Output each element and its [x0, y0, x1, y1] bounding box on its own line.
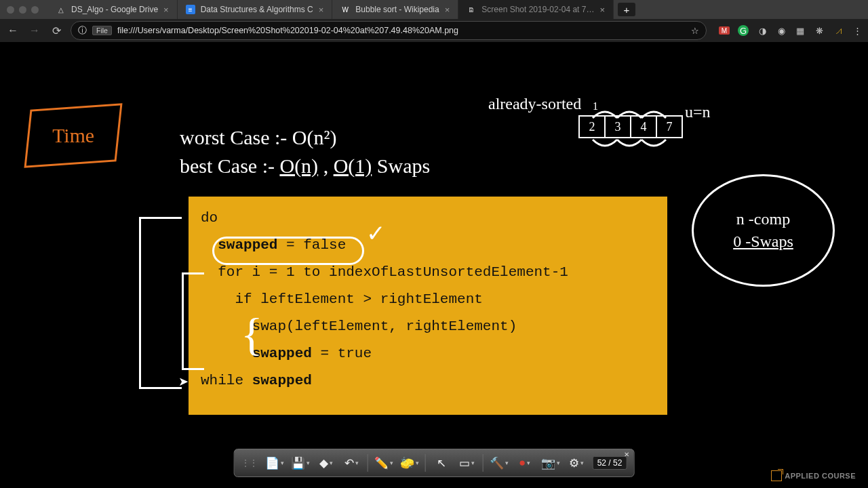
time-box-annotation: Time — [24, 103, 122, 168]
undo-tool[interactable]: ↶ — [340, 453, 363, 473]
toolbar-separator — [368, 454, 368, 472]
google-docs-icon: ≡ — [186, 5, 195, 14]
tab-label: Bubble sort - Wikipedia — [355, 5, 439, 14]
eraser-tool[interactable]: 🧽 — [398, 453, 421, 473]
bookmark-star-icon[interactable]: ☆ — [691, 26, 699, 36]
extension-icon[interactable]: ⩘ — [833, 25, 844, 36]
window-titlebar: △ DS_Algo - Google Drive × ≡ Data Struct… — [0, 0, 868, 19]
reload-button[interactable]: ⟳ — [49, 24, 64, 37]
address-bar[interactable]: ⓘ File file:///Users/varma/Desktop/Scree… — [71, 21, 707, 40]
toolbar-grip-icon[interactable]: ⋮⋮ — [241, 458, 258, 468]
google-drive-icon: △ — [56, 5, 66, 14]
back-button[interactable]: ← — [5, 24, 20, 37]
complexity-notes: worst Case :- O(n²) best Case :- O(n) , … — [180, 123, 430, 180]
extension-icon[interactable]: ❋ — [814, 25, 825, 36]
watermark-icon — [771, 470, 782, 481]
tab-label: Screen Shot 2019-02-04 at 7… — [481, 5, 594, 14]
time-label: Time — [52, 124, 94, 147]
code-line: if leftElement > rightElement — [201, 291, 483, 307]
tab-label: DS_Algo - Google Drive — [71, 5, 158, 14]
settings-tool[interactable]: ⚙ — [565, 453, 588, 473]
swapped-false-circle — [212, 237, 364, 265]
address-url: file:///Users/varma/Desktop/Screen%20Sho… — [117, 26, 686, 35]
file-icon: 🗎 — [467, 5, 476, 14]
close-tab-icon[interactable]: × — [599, 5, 605, 15]
tab-dsalgo[interactable]: △ DS_Algo - Google Drive × — [48, 0, 178, 19]
tab-screenshot-active[interactable]: 🗎 Screen Shot 2019-02-04 at 7… × — [458, 0, 614, 19]
array-cell: 2 — [578, 115, 606, 138]
code-line: do — [201, 210, 218, 226]
file-chip: File — [92, 26, 112, 35]
minimize-window-icon[interactable] — [19, 6, 26, 14]
new-page-tool[interactable]: 📄 — [263, 453, 286, 473]
tab-docs[interactable]: ≡ Data Structures & Algorithms C × — [178, 0, 333, 19]
close-tab-icon[interactable]: × — [445, 5, 450, 15]
close-window-icon[interactable] — [7, 6, 14, 14]
gmail-icon[interactable]: M — [719, 26, 730, 35]
browser-menu-icon[interactable]: ⋮ — [852, 25, 863, 36]
camera-tool[interactable]: 📷 — [539, 453, 562, 473]
brace-annotation: { — [241, 314, 263, 354]
shapes-tool[interactable]: ◆ — [315, 453, 338, 473]
zero-swaps-note: 0 -Swaps — [733, 232, 793, 251]
toolbar-separator — [483, 454, 484, 472]
maximize-window-icon[interactable] — [31, 6, 39, 14]
pseudocode-panel: do swapped = false for i = 1 to indexOfL… — [189, 197, 667, 415]
new-tab-button[interactable]: + — [618, 3, 635, 16]
toolbar-close-icon[interactable]: ✕ — [624, 451, 629, 458]
close-tab-icon[interactable]: × — [319, 5, 324, 15]
checkmark-annotation: ✓ — [366, 220, 385, 247]
browser-tabs: △ DS_Algo - Google Drive × ≡ Data Struct… — [48, 0, 868, 19]
window-traffic-lights[interactable] — [7, 6, 39, 14]
record-tool[interactable]: ● — [513, 453, 536, 473]
page-counter: 52 / 52 — [593, 456, 627, 470]
u-equals-n-note: u=n — [685, 103, 711, 121]
applied-course-watermark: APPLIED COURSE — [771, 470, 856, 481]
extension-icon[interactable]: ◉ — [776, 25, 787, 36]
sorted-array-box: 2 3 4 7 — [580, 115, 683, 138]
content-canvas: Time worst Case :- O(n²) best Case :- O(… — [0, 42, 868, 488]
info-icon[interactable]: ⓘ — [78, 25, 87, 37]
close-tab-icon[interactable]: × — [163, 5, 169, 15]
array-cell: 4 — [630, 115, 657, 138]
tab-wikipedia[interactable]: W Bubble sort - Wikipedia × — [332, 0, 458, 19]
extensions-tray: M G ◑ ◉ ▦ ❋ ⩘ ⋮ — [719, 25, 863, 36]
extension-icon[interactable]: ▦ — [795, 25, 806, 36]
array-index-1: 1 — [593, 100, 598, 113]
code-line: for i = 1 to indexOfLastUnsortedElement-… — [201, 264, 568, 280]
board-tool[interactable]: ▭ — [456, 453, 479, 473]
best-case-circle: n -comp 0 -Swaps — [692, 174, 835, 287]
outer-bracket: ➤ — [139, 217, 182, 389]
watermark-text: APPLIED COURSE — [785, 472, 856, 480]
annotation-toolbar[interactable]: ⋮⋮ 📄 💾 ◆ ↶ ✏️ 🧽 ↖ ▭ 🔨 ● 📷 ⚙ 52 / 52 ✕ — [234, 449, 635, 477]
n-comp-note: n -comp — [736, 210, 790, 228]
array-cell: 3 — [604, 115, 631, 138]
pen-tool[interactable]: ✏️ — [372, 453, 395, 473]
inner-bracket — [182, 272, 204, 370]
hammer-tool[interactable]: 🔨 — [488, 453, 511, 473]
best-case-note: best Case :- O(n) , O(1) Swaps — [180, 155, 430, 177]
toolbar-separator — [425, 454, 426, 472]
forward-button[interactable]: → — [27, 24, 42, 37]
wikipedia-icon: W — [340, 5, 350, 14]
pointer-tool[interactable]: ↖ — [430, 453, 453, 473]
array-cell: 7 — [656, 115, 683, 138]
grammarly-icon[interactable]: G — [738, 25, 749, 36]
save-tool[interactable]: 💾 — [289, 453, 312, 473]
extension-icon[interactable]: ◑ — [757, 25, 768, 36]
worst-case-note: worst Case :- O(n²) — [180, 123, 430, 152]
already-sorted-note: already-sorted — [488, 95, 581, 113]
browser-navbar: ← → ⟳ ⓘ File file:///Users/varma/Desktop… — [0, 19, 868, 42]
tab-label: Data Structures & Algorithms C — [201, 5, 313, 14]
